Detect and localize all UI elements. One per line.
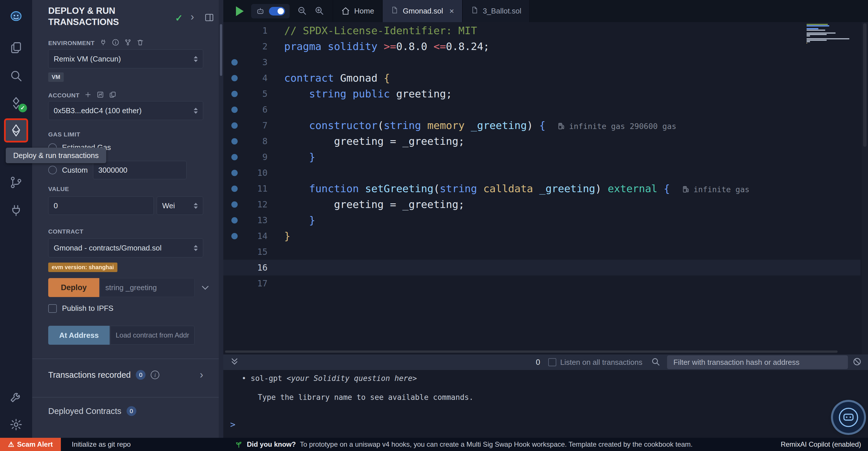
plug-icon[interactable] xyxy=(99,38,107,48)
gutter-marker-icon[interactable] xyxy=(231,122,238,129)
run-script-icon[interactable] xyxy=(236,6,244,16)
gutter-marker-icon[interactable] xyxy=(231,233,238,239)
git-icon[interactable] xyxy=(0,169,32,196)
tab-gmonad-sol[interactable]: Gmonad.sol × xyxy=(382,0,462,22)
editor-horizontal-scrollbar[interactable] xyxy=(225,350,857,353)
code-text: } xyxy=(284,151,315,163)
panel-scrollbar[interactable] xyxy=(219,0,223,438)
delete-icon[interactable] xyxy=(136,38,144,48)
gutter-marker-icon[interactable] xyxy=(231,138,238,144)
sign-message-icon[interactable] xyxy=(96,91,104,100)
init-git-repo-button[interactable]: Initialize as git repo xyxy=(72,438,131,451)
code-line-15[interactable]: 15 xyxy=(223,244,861,260)
pin-panel-icon[interactable] xyxy=(205,12,214,22)
value-unit-select[interactable]: Wei xyxy=(157,196,203,215)
terminal-filter-input[interactable] xyxy=(667,355,848,369)
gutter-marker-icon[interactable] xyxy=(231,154,238,160)
environment-select[interactable]: Remix VM (Cancun) xyxy=(48,49,203,68)
account-select[interactable]: 0x5B3...eddC4 (100 ether) xyxy=(48,101,203,120)
value-input[interactable] xyxy=(48,196,154,215)
transactions-recorded-row[interactable]: Transactions recorded 0 i › xyxy=(48,370,203,380)
constructor-args-input[interactable] xyxy=(100,278,195,297)
code-line-3[interactable]: 3 xyxy=(223,54,861,70)
code-text: } xyxy=(284,230,290,242)
at-address-button[interactable]: At Address xyxy=(48,326,110,345)
code-line-10[interactable]: 10 xyxy=(223,165,861,181)
tab-home[interactable]: Home xyxy=(333,0,382,22)
terminal-line: • sol-gpt <your Solidity question here> xyxy=(242,374,417,383)
remixai-assistant-button[interactable] xyxy=(833,402,864,433)
seedling-icon xyxy=(235,440,243,448)
gutter-marker-icon[interactable] xyxy=(231,170,238,176)
custom-gas-input[interactable] xyxy=(93,161,187,179)
file-explorer-icon[interactable] xyxy=(0,34,32,61)
code-line-14[interactable]: 14} xyxy=(223,228,861,244)
info-icon[interactable] xyxy=(112,38,119,48)
deploy-button[interactable]: Deploy xyxy=(48,278,99,297)
value-row: Wei xyxy=(48,196,203,215)
settings-icon[interactable] xyxy=(0,411,32,439)
zoom-out-icon[interactable] xyxy=(297,6,307,17)
select-caret-icon xyxy=(194,56,198,62)
contract-value: Gmonad - contracts/Gmonad.sol xyxy=(54,244,162,253)
compile-success-icon: ✓ xyxy=(175,12,183,24)
panel-forward-icon[interactable]: › xyxy=(191,12,194,21)
listen-all-transactions-checkbox[interactable] xyxy=(548,358,556,366)
code-line-6[interactable]: 6 xyxy=(223,102,861,117)
code-line-9[interactable]: 9 } xyxy=(223,149,861,165)
gutter-marker-icon[interactable] xyxy=(231,91,238,97)
code-line-1[interactable]: 1// SPDX-License-Identifier: MIT xyxy=(223,23,861,38)
code-line-11[interactable]: 11 function setGreeting(string calldata … xyxy=(223,181,861,196)
add-account-icon[interactable] xyxy=(84,91,92,100)
code-line-7[interactable]: 7 constructor(string memory _greeting) {… xyxy=(223,117,861,133)
at-address-input[interactable] xyxy=(110,326,195,345)
plugin-manager-icon[interactable] xyxy=(0,197,32,224)
solidity-file-icon xyxy=(391,6,399,16)
terminal-prompt[interactable]: > xyxy=(230,419,236,429)
search-icon[interactable] xyxy=(0,62,32,90)
code-area[interactable]: 1// SPDX-License-Identifier: MIT2pragma … xyxy=(223,22,868,355)
tab-3-ballot-sol[interactable]: 3_Ballot.sol xyxy=(462,0,530,22)
expand-transactions-icon[interactable]: › xyxy=(200,371,203,379)
editor-tabbar: Home Gmonad.sol × 3_Ballot.sol xyxy=(223,0,868,22)
gutter-marker-icon[interactable] xyxy=(231,186,238,192)
remix-logo[interactable] xyxy=(0,3,32,30)
solidity-compiler-icon[interactable]: ✓ xyxy=(0,89,32,117)
home-icon xyxy=(341,7,350,16)
minimap[interactable] xyxy=(807,24,856,48)
code-line-17[interactable]: 17 xyxy=(223,276,861,291)
debugger-icon[interactable] xyxy=(0,383,32,411)
gutter-marker-icon[interactable] xyxy=(231,75,238,81)
gutter-marker-icon[interactable] xyxy=(231,201,238,208)
code-line-16[interactable]: 16 xyxy=(223,260,861,276)
clear-console-icon[interactable] xyxy=(852,357,862,367)
code-line-12[interactable]: 12 greeting = _greeting; xyxy=(223,196,861,212)
gutter-marker-icon[interactable] xyxy=(231,217,238,224)
code-line-5[interactable]: 5 string public greeting; xyxy=(223,86,861,102)
expand-constructor-args-icon[interactable] xyxy=(200,283,210,293)
copy-account-icon[interactable] xyxy=(109,91,117,100)
tab-label: 3_Ballot.sol xyxy=(483,7,521,16)
publish-ipfs-checkbox[interactable] xyxy=(48,304,57,313)
zoom-in-icon[interactable] xyxy=(314,6,324,17)
scam-alert-button[interactable]: ⚠ Scam Alert xyxy=(0,438,61,451)
gutter-marker-icon[interactable] xyxy=(231,59,238,65)
info-icon[interactable]: i xyxy=(151,371,159,379)
copilot-toggle[interactable] xyxy=(269,7,285,16)
collapse-terminal-icon[interactable] xyxy=(229,357,239,368)
contract-select[interactable]: Gmonad - contracts/Gmonad.sol xyxy=(48,238,203,257)
deploy-and-run-icon[interactable] xyxy=(4,118,28,142)
deploy-run-tooltip: Deploy & run transactions xyxy=(6,148,106,163)
search-icon[interactable] xyxy=(651,357,660,367)
close-tab-icon[interactable]: × xyxy=(450,7,454,16)
line-number: 9 xyxy=(241,152,268,162)
fork-icon[interactable] xyxy=(124,38,132,48)
custom-gas-radio[interactable] xyxy=(48,166,57,174)
code-line-13[interactable]: 13 } xyxy=(223,212,861,228)
editor-vertical-scrollbar[interactable] xyxy=(862,22,868,355)
code-line-2[interactable]: 2pragma solidity >=0.8.0 <=0.8.24; xyxy=(223,38,861,54)
terminal-output[interactable]: • sol-gpt <your Solidity question here> … xyxy=(223,370,868,438)
code-line-8[interactable]: 8 greeting = _greeting; xyxy=(223,133,861,149)
code-line-4[interactable]: 4contract Gmonad { xyxy=(223,70,861,86)
gutter-marker-icon[interactable] xyxy=(231,107,238,113)
